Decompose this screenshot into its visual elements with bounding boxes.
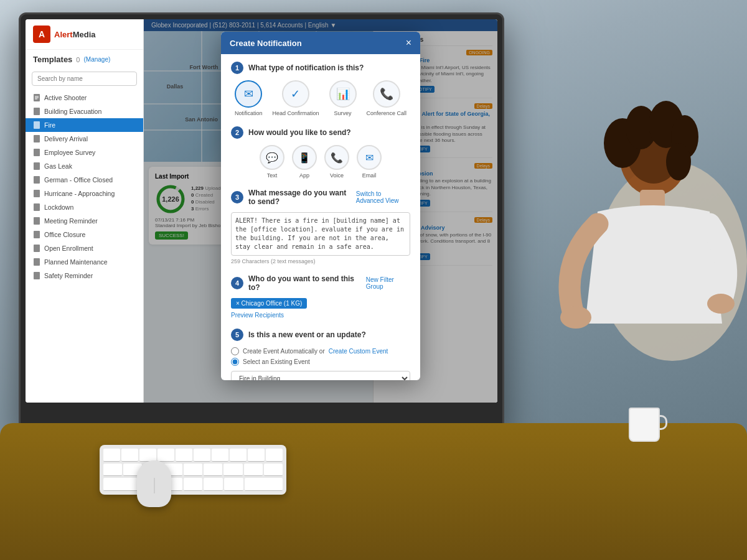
- logo-text: AlertMedia: [54, 30, 95, 39]
- sidebar-item-office-closure[interactable]: Office Closure: [26, 228, 143, 241]
- sidebar-item-active-shooter[interactable]: Active Shooter: [26, 91, 143, 105]
- step-3-header: 3 What message do you want to send? Swit…: [231, 189, 410, 206]
- template-icon: [33, 217, 40, 225]
- sidebar-item-safety-reminder[interactable]: Safety Reminder: [26, 269, 143, 282]
- step-4-number: 4: [231, 277, 243, 289]
- key: [139, 449, 156, 462]
- key: [224, 478, 243, 491]
- type-head-confirmation[interactable]: ✓ Head Confirmation: [272, 80, 319, 116]
- key: [248, 449, 265, 462]
- create-notification-modal: Create Notification × 1 What type of not…: [221, 32, 420, 380]
- template-icon-active: [33, 121, 40, 129]
- survey-icon-circle: 📊: [329, 80, 357, 108]
- step-2-header: 2 How would you like to send?: [231, 126, 410, 139]
- search-input[interactable]: [32, 72, 137, 86]
- sidebar-item-employee-survey[interactable]: Employee Survey: [26, 146, 143, 159]
- monitor-screen: A AlertMedia Templates 0 (Manage) Active: [26, 19, 497, 403]
- send-label-text: Text: [267, 172, 278, 179]
- template-icon: [33, 203, 40, 211]
- step-4: 4 Who do you want to send this to? New F…: [231, 274, 410, 319]
- type-label-notification: Notification: [235, 110, 263, 116]
- send-label-voice: Voice: [330, 172, 344, 179]
- head-confirmation-icon-circle: ✓: [282, 80, 309, 108]
- key: [212, 449, 228, 462]
- sidebar-item-lockdown[interactable]: Lockdown: [26, 200, 143, 214]
- sidebar-item-german-office[interactable]: German - Office Closed: [26, 173, 143, 187]
- create-custom-event-link[interactable]: Create Custom Event: [329, 348, 388, 355]
- item-label: German - Office Closed: [44, 176, 113, 184]
- type-conference-call[interactable]: 📞 Conference Call: [367, 80, 407, 116]
- close-button[interactable]: ×: [406, 38, 411, 48]
- sidebar-item-delivery[interactable]: Delivery Arrival: [26, 132, 143, 146]
- item-label: Planned Maintenance: [44, 258, 108, 266]
- sidebar-item-building-evacuation[interactable]: Building Evacuation: [26, 105, 143, 118]
- item-label-fire: Fire: [44, 121, 55, 129]
- keyboard: [100, 445, 286, 495]
- sidebar-header: Templates 0 (Manage): [26, 50, 143, 69]
- person-silhouette: [486, 75, 747, 436]
- key-space: [245, 478, 283, 491]
- send-app[interactable]: 📱 App: [292, 145, 317, 179]
- modal-overlay: Create Notification × 1 What type of not…: [144, 19, 497, 403]
- key: [204, 464, 222, 477]
- send-text[interactable]: 💬 Text: [260, 145, 284, 179]
- event-selector[interactable]: Fire in Building: [231, 371, 410, 380]
- template-icon: [33, 135, 40, 142]
- type-label-survey: Survey: [334, 110, 352, 116]
- type-notification[interactable]: ✉ Notification: [235, 80, 263, 116]
- new-filter-link[interactable]: New Filter Group: [366, 276, 410, 290]
- radio-create-auto[interactable]: [231, 347, 239, 355]
- key: [103, 464, 122, 477]
- notification-icon-circle: ✉: [235, 80, 262, 108]
- send-voice[interactable]: 📞 Voice: [324, 145, 349, 179]
- type-label-head-confirmation: Head Confirmation: [272, 110, 319, 116]
- svg-rect-12: [34, 217, 40, 225]
- send-label-app: App: [299, 172, 309, 179]
- svg-rect-9: [34, 176, 40, 184]
- modal-title: Create Notification: [230, 39, 302, 48]
- svg-point-26: [666, 143, 691, 180]
- preview-recipients-link[interactable]: Preview Recipients: [231, 312, 284, 319]
- item-label: Delivery Arrival: [44, 135, 88, 142]
- template-icon: [33, 272, 40, 279]
- item-label: Safety Reminder: [44, 272, 93, 279]
- modal-body: 1 What type of notification is this? ✉ N…: [221, 54, 420, 380]
- sidebar-item-meeting[interactable]: Meeting Reminder: [26, 214, 143, 228]
- manage-link[interactable]: (Manage): [83, 56, 110, 63]
- key: [204, 478, 223, 491]
- step-5: 5 Is this a new event or an update? Crea…: [231, 329, 410, 380]
- send-email[interactable]: ✉ Email: [357, 145, 382, 179]
- radio-select-existing[interactable]: [231, 358, 239, 366]
- key-spacebar: [103, 478, 141, 491]
- item-label: Lockdown: [44, 203, 73, 211]
- sidebar-item-gas-leak[interactable]: Gas Leak: [26, 159, 143, 173]
- logo-icon: A: [33, 26, 50, 43]
- template-icon: [33, 108, 40, 115]
- recipient-label: × Chicago Office (1 KG): [236, 300, 302, 307]
- svg-rect-5: [34, 121, 40, 129]
- text-icon-circle: 💬: [260, 145, 284, 170]
- key: [230, 449, 247, 462]
- key: [184, 464, 202, 477]
- key: [223, 464, 242, 477]
- svg-point-28: [560, 306, 591, 329]
- key-row-1: [103, 449, 283, 462]
- message-textarea[interactable]: ALERT! There is a fire in [building name…: [231, 212, 410, 256]
- template-icon: [33, 190, 40, 197]
- key: [194, 449, 210, 462]
- sidebar-item-planned-maintenance[interactable]: Planned Maintenance: [26, 255, 143, 269]
- advanced-view-link[interactable]: Switch to Advanced View: [356, 190, 410, 204]
- sidebar-item-open-enrollment[interactable]: Open Enrollment: [26, 241, 143, 255]
- template-icon: [33, 176, 40, 184]
- sidebar-item-hurricane[interactable]: Hurricane - Approaching: [26, 187, 143, 200]
- item-label: Employee Survey: [44, 149, 95, 156]
- sidebar-item-fire[interactable]: Fire: [26, 118, 143, 132]
- key: [264, 464, 283, 477]
- step-1-header: 1 What type of notification is this?: [231, 62, 410, 74]
- type-survey[interactable]: 📊 Survey: [329, 80, 357, 116]
- sidebar: A AlertMedia Templates 0 (Manage) Active: [26, 19, 144, 403]
- template-icon: [33, 162, 40, 170]
- step-4-label: Who do you want to send this to?: [248, 274, 361, 292]
- key: [121, 449, 138, 462]
- svg-rect-7: [34, 149, 40, 156]
